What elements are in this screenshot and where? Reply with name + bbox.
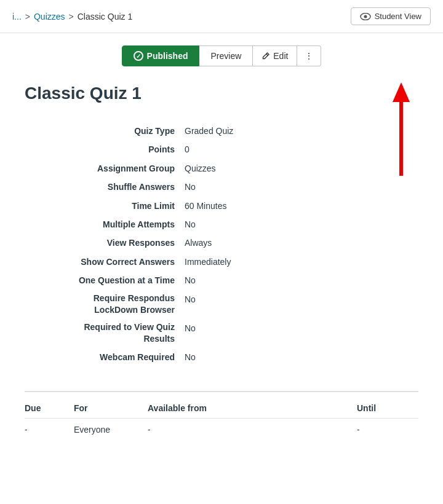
action-row: ✓ Published Preview Edit ⋮ [25, 45, 418, 66]
svg-line-2 [266, 54, 268, 56]
detail-value-one-question: No [185, 274, 196, 287]
edit-label: Edit [273, 51, 288, 61]
dates-table-header: Due For Available from Until [25, 398, 418, 419]
published-button[interactable]: ✓ Published [122, 45, 200, 66]
breadcrumb: i... > Quizzes > Classic Quiz 1 [12, 12, 132, 22]
detail-label-time-limit: Time Limit [25, 199, 185, 213]
detail-label-show-correct-answers: Show Correct Answers [25, 255, 185, 269]
breadcrumb-sep1: > [25, 12, 30, 22]
detail-label-view-responses: View Responses [25, 236, 185, 250]
dates-section: Due For Available from Until - Everyone … [25, 391, 418, 441]
check-icon: ✓ [134, 51, 143, 61]
dates-row-due: - [25, 425, 74, 435]
breadcrumb-sep2: > [69, 12, 74, 22]
title-section: Classic Quiz 1 [25, 84, 418, 103]
detail-value-shuffle-answers: No [185, 180, 196, 194]
pencil-icon [261, 52, 270, 60]
detail-row-one-question: One Question at a Time No [25, 271, 418, 289]
detail-value-time-limit: 60 Minutes [185, 199, 226, 213]
dates-row-available-from: - [148, 425, 357, 435]
detail-label-one-question: One Question at a Time [25, 274, 185, 287]
quiz-title: Classic Quiz 1 [25, 84, 418, 103]
detail-label-quiz-type: Quiz Type [25, 124, 185, 138]
student-view-icon [360, 13, 371, 20]
detail-label-lockdown-browser: Require RespondusLockDown Browser [25, 293, 185, 317]
preview-button[interactable]: Preview [199, 45, 253, 66]
dates-col-until: Until [357, 403, 418, 413]
detail-value-show-correct-answers: Immediately [185, 255, 231, 269]
edit-button[interactable]: Edit [253, 45, 297, 66]
breadcrumb-bar: i... > Quizzes > Classic Quiz 1 Student … [0, 0, 443, 33]
dates-col-available-from: Available from [148, 403, 357, 413]
breadcrumb-current: Classic Quiz 1 [78, 12, 132, 22]
detail-value-lockdown-browser: No [185, 293, 196, 317]
detail-row-multiple-attempts: Multiple Attempts No [25, 215, 418, 234]
preview-label: Preview [210, 51, 241, 61]
detail-row-time-limit: Time Limit 60 Minutes [25, 197, 418, 215]
detail-label-shuffle-answers: Shuffle Answers [25, 180, 185, 194]
dates-table-row: - Everyone - - [25, 419, 418, 441]
main-content: ✓ Published Preview Edit ⋮ Classic Quiz … [0, 33, 443, 465]
breadcrumb-prefix[interactable]: i... [12, 12, 22, 22]
detail-value-required-view-quiz: No [185, 321, 196, 345]
dates-row-until: - [357, 425, 418, 435]
detail-value-points: 0 [185, 143, 190, 156]
breadcrumb-quizzes[interactable]: Quizzes [34, 12, 65, 22]
detail-row-lockdown-browser: Require RespondusLockDown Browser No [25, 290, 418, 319]
detail-label-points: Points [25, 143, 185, 156]
published-label: Published [147, 51, 188, 61]
svg-point-1 [364, 15, 367, 18]
detail-value-assignment-group: Quizzes [185, 162, 216, 175]
detail-row-shuffle-answers: Shuffle Answers No [25, 178, 418, 196]
detail-row-assignment-group: Assignment Group Quizzes [25, 159, 418, 178]
more-icon: ⋮ [305, 51, 313, 61]
detail-row-quiz-type: Quiz Type Graded Quiz [25, 122, 418, 140]
detail-row-view-responses: View Responses Always [25, 234, 418, 252]
detail-value-view-responses: Always [185, 236, 212, 250]
detail-value-webcam-required: No [185, 350, 196, 364]
detail-label-required-view-quiz: Required to View QuizResults [25, 321, 185, 345]
detail-label-webcam-required: Webcam Required [25, 350, 185, 364]
detail-row-required-view-quiz: Required to View QuizResults No [25, 319, 418, 348]
detail-row-show-correct-answers: Show Correct Answers Immediately [25, 253, 418, 271]
student-view-button[interactable]: Student View [351, 7, 431, 25]
detail-row-webcam-required: Webcam Required No [25, 348, 418, 366]
detail-value-multiple-attempts: No [185, 218, 196, 231]
student-view-label: Student View [375, 12, 421, 21]
detail-label-assignment-group: Assignment Group [25, 162, 185, 175]
more-options-button[interactable]: ⋮ [297, 45, 321, 66]
detail-value-quiz-type: Graded Quiz [185, 124, 233, 138]
dates-row-for: Everyone [74, 425, 148, 435]
detail-row-points: Points 0 [25, 140, 418, 159]
dates-col-for: For [74, 403, 148, 413]
dates-col-due: Due [25, 403, 74, 413]
svg-marker-4 [393, 82, 410, 102]
scroll-up-arrow [390, 77, 412, 184]
detail-label-multiple-attempts: Multiple Attempts [25, 218, 185, 231]
details-table: Quiz Type Graded Quiz Points 0 Assignmen… [25, 122, 418, 366]
